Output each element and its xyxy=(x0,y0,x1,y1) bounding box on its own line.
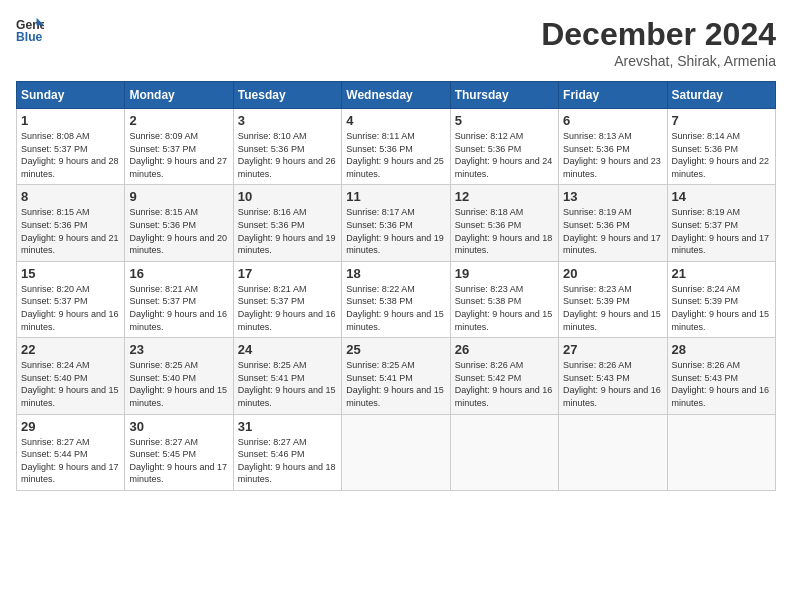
calendar-cell: 8Sunrise: 8:15 AMSunset: 5:36 PMDaylight… xyxy=(17,185,125,261)
calendar-week-row: 1Sunrise: 8:08 AMSunset: 5:37 PMDaylight… xyxy=(17,109,776,185)
calendar-header-sunday: Sunday xyxy=(17,82,125,109)
calendar-cell: 5Sunrise: 8:12 AMSunset: 5:36 PMDaylight… xyxy=(450,109,558,185)
day-info: Sunrise: 8:16 AMSunset: 5:36 PMDaylight:… xyxy=(238,206,337,256)
calendar-week-row: 29Sunrise: 8:27 AMSunset: 5:44 PMDayligh… xyxy=(17,414,776,490)
day-info: Sunrise: 8:26 AMSunset: 5:42 PMDaylight:… xyxy=(455,359,554,409)
day-info: Sunrise: 8:21 AMSunset: 5:37 PMDaylight:… xyxy=(238,283,337,333)
day-info: Sunrise: 8:08 AMSunset: 5:37 PMDaylight:… xyxy=(21,130,120,180)
day-number: 29 xyxy=(21,419,120,434)
calendar-cell: 25Sunrise: 8:25 AMSunset: 5:41 PMDayligh… xyxy=(342,338,450,414)
day-number: 11 xyxy=(346,189,445,204)
day-info: Sunrise: 8:25 AMSunset: 5:40 PMDaylight:… xyxy=(129,359,228,409)
day-number: 25 xyxy=(346,342,445,357)
day-number: 13 xyxy=(563,189,662,204)
calendar-cell: 14Sunrise: 8:19 AMSunset: 5:37 PMDayligh… xyxy=(667,185,775,261)
calendar-cell xyxy=(667,414,775,490)
calendar-cell: 15Sunrise: 8:20 AMSunset: 5:37 PMDayligh… xyxy=(17,261,125,337)
day-info: Sunrise: 8:24 AMSunset: 5:40 PMDaylight:… xyxy=(21,359,120,409)
calendar-header-tuesday: Tuesday xyxy=(233,82,341,109)
calendar-cell: 6Sunrise: 8:13 AMSunset: 5:36 PMDaylight… xyxy=(559,109,667,185)
calendar-cell: 16Sunrise: 8:21 AMSunset: 5:37 PMDayligh… xyxy=(125,261,233,337)
header: General Blue December 2024 Arevshat, Shi… xyxy=(16,16,776,69)
day-info: Sunrise: 8:13 AMSunset: 5:36 PMDaylight:… xyxy=(563,130,662,180)
calendar-header-friday: Friday xyxy=(559,82,667,109)
day-info: Sunrise: 8:14 AMSunset: 5:36 PMDaylight:… xyxy=(672,130,771,180)
calendar-cell: 28Sunrise: 8:26 AMSunset: 5:43 PMDayligh… xyxy=(667,338,775,414)
day-info: Sunrise: 8:20 AMSunset: 5:37 PMDaylight:… xyxy=(21,283,120,333)
logo-icon: General Blue xyxy=(16,16,44,44)
day-number: 5 xyxy=(455,113,554,128)
month-title: December 2024 xyxy=(541,16,776,53)
day-number: 15 xyxy=(21,266,120,281)
calendar-cell: 7Sunrise: 8:14 AMSunset: 5:36 PMDaylight… xyxy=(667,109,775,185)
title-block: December 2024 Arevshat, Shirak, Armenia xyxy=(541,16,776,69)
day-number: 10 xyxy=(238,189,337,204)
calendar-header-saturday: Saturday xyxy=(667,82,775,109)
day-number: 6 xyxy=(563,113,662,128)
calendar-cell: 27Sunrise: 8:26 AMSunset: 5:43 PMDayligh… xyxy=(559,338,667,414)
day-info: Sunrise: 8:09 AMSunset: 5:37 PMDaylight:… xyxy=(129,130,228,180)
calendar-cell: 1Sunrise: 8:08 AMSunset: 5:37 PMDaylight… xyxy=(17,109,125,185)
calendar-cell: 24Sunrise: 8:25 AMSunset: 5:41 PMDayligh… xyxy=(233,338,341,414)
calendar-cell: 23Sunrise: 8:25 AMSunset: 5:40 PMDayligh… xyxy=(125,338,233,414)
day-number: 14 xyxy=(672,189,771,204)
day-info: Sunrise: 8:19 AMSunset: 5:37 PMDaylight:… xyxy=(672,206,771,256)
calendar-week-row: 8Sunrise: 8:15 AMSunset: 5:36 PMDaylight… xyxy=(17,185,776,261)
calendar-cell: 21Sunrise: 8:24 AMSunset: 5:39 PMDayligh… xyxy=(667,261,775,337)
day-number: 26 xyxy=(455,342,554,357)
day-info: Sunrise: 8:23 AMSunset: 5:38 PMDaylight:… xyxy=(455,283,554,333)
day-info: Sunrise: 8:21 AMSunset: 5:37 PMDaylight:… xyxy=(129,283,228,333)
calendar-cell: 10Sunrise: 8:16 AMSunset: 5:36 PMDayligh… xyxy=(233,185,341,261)
calendar-week-row: 15Sunrise: 8:20 AMSunset: 5:37 PMDayligh… xyxy=(17,261,776,337)
day-number: 3 xyxy=(238,113,337,128)
day-info: Sunrise: 8:27 AMSunset: 5:46 PMDaylight:… xyxy=(238,436,337,486)
calendar-cell: 22Sunrise: 8:24 AMSunset: 5:40 PMDayligh… xyxy=(17,338,125,414)
calendar-cell: 2Sunrise: 8:09 AMSunset: 5:37 PMDaylight… xyxy=(125,109,233,185)
day-number: 31 xyxy=(238,419,337,434)
calendar-week-row: 22Sunrise: 8:24 AMSunset: 5:40 PMDayligh… xyxy=(17,338,776,414)
day-number: 21 xyxy=(672,266,771,281)
day-info: Sunrise: 8:11 AMSunset: 5:36 PMDaylight:… xyxy=(346,130,445,180)
calendar-header-wednesday: Wednesday xyxy=(342,82,450,109)
day-number: 30 xyxy=(129,419,228,434)
logo: General Blue xyxy=(16,16,44,44)
calendar-cell xyxy=(559,414,667,490)
calendar-cell: 20Sunrise: 8:23 AMSunset: 5:39 PMDayligh… xyxy=(559,261,667,337)
calendar-cell xyxy=(342,414,450,490)
day-number: 18 xyxy=(346,266,445,281)
calendar-cell: 26Sunrise: 8:26 AMSunset: 5:42 PMDayligh… xyxy=(450,338,558,414)
day-info: Sunrise: 8:18 AMSunset: 5:36 PMDaylight:… xyxy=(455,206,554,256)
day-number: 9 xyxy=(129,189,228,204)
calendar-header-row: SundayMondayTuesdayWednesdayThursdayFrid… xyxy=(17,82,776,109)
day-number: 19 xyxy=(455,266,554,281)
calendar-cell: 17Sunrise: 8:21 AMSunset: 5:37 PMDayligh… xyxy=(233,261,341,337)
day-number: 7 xyxy=(672,113,771,128)
calendar-cell: 12Sunrise: 8:18 AMSunset: 5:36 PMDayligh… xyxy=(450,185,558,261)
day-number: 27 xyxy=(563,342,662,357)
svg-text:Blue: Blue xyxy=(16,30,43,44)
day-number: 4 xyxy=(346,113,445,128)
calendar-cell: 9Sunrise: 8:15 AMSunset: 5:36 PMDaylight… xyxy=(125,185,233,261)
day-info: Sunrise: 8:27 AMSunset: 5:44 PMDaylight:… xyxy=(21,436,120,486)
calendar-table: SundayMondayTuesdayWednesdayThursdayFrid… xyxy=(16,81,776,491)
day-number: 20 xyxy=(563,266,662,281)
day-number: 23 xyxy=(129,342,228,357)
location: Arevshat, Shirak, Armenia xyxy=(541,53,776,69)
day-info: Sunrise: 8:15 AMSunset: 5:36 PMDaylight:… xyxy=(129,206,228,256)
day-info: Sunrise: 8:19 AMSunset: 5:36 PMDaylight:… xyxy=(563,206,662,256)
day-info: Sunrise: 8:25 AMSunset: 5:41 PMDaylight:… xyxy=(346,359,445,409)
calendar-cell xyxy=(450,414,558,490)
calendar-cell: 3Sunrise: 8:10 AMSunset: 5:36 PMDaylight… xyxy=(233,109,341,185)
day-number: 24 xyxy=(238,342,337,357)
day-number: 8 xyxy=(21,189,120,204)
day-info: Sunrise: 8:24 AMSunset: 5:39 PMDaylight:… xyxy=(672,283,771,333)
calendar-cell: 31Sunrise: 8:27 AMSunset: 5:46 PMDayligh… xyxy=(233,414,341,490)
calendar-header-thursday: Thursday xyxy=(450,82,558,109)
calendar-cell: 18Sunrise: 8:22 AMSunset: 5:38 PMDayligh… xyxy=(342,261,450,337)
day-number: 2 xyxy=(129,113,228,128)
main-container: General Blue December 2024 Arevshat, Shi… xyxy=(0,0,792,501)
day-number: 22 xyxy=(21,342,120,357)
day-info: Sunrise: 8:12 AMSunset: 5:36 PMDaylight:… xyxy=(455,130,554,180)
day-info: Sunrise: 8:22 AMSunset: 5:38 PMDaylight:… xyxy=(346,283,445,333)
day-number: 1 xyxy=(21,113,120,128)
